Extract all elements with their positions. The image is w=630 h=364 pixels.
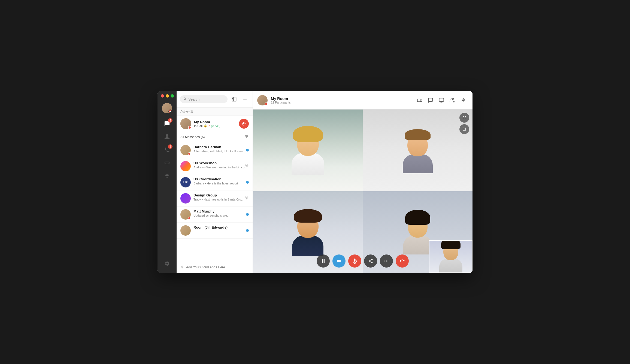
mic-btn[interactable] (348, 254, 361, 268)
video-cell-2 (363, 110, 472, 191)
add-apps-label: Add Your Cloud Apps Here (186, 265, 225, 269)
share-btn[interactable] (364, 254, 377, 268)
svg-rect-7 (439, 98, 444, 101)
sidebar-item-settings[interactable] (161, 258, 173, 270)
minimize-button[interactable] (166, 94, 169, 98)
sidebar-item-calls[interactable]: 4 (161, 144, 173, 156)
pause-btn[interactable] (317, 254, 330, 268)
search-bar[interactable] (180, 95, 228, 103)
main-area: My Room 12 Participants (253, 91, 472, 273)
list-item[interactable]: UX UX Coordination Barbara • Here is the… (177, 174, 253, 190)
more-btn[interactable] (380, 254, 393, 268)
filter-row: All Messages (6) (177, 132, 253, 142)
msg-content: UX Workshop Andrew • We are meeting in t… (193, 161, 249, 169)
call-status-dot: ● (208, 125, 210, 127)
svg-point-18 (387, 260, 388, 261)
avatar-edit-badge (168, 110, 172, 113)
msg-preview: After talking with Matt, it looks like w… (193, 150, 249, 153)
room-avatar-badge (265, 102, 268, 105)
messages-header (177, 91, 253, 108)
msg-preview: Andrew • We are meeting in the big conf.… (193, 166, 249, 169)
message-list: Barbara German After talking with Matt, … (177, 142, 253, 261)
messages-badge: 6 (168, 118, 172, 123)
active-call-avatar (180, 118, 191, 129)
end-call-btn[interactable] (396, 254, 409, 268)
user-avatar[interactable] (162, 103, 172, 113)
msg-avatar-room (180, 225, 191, 236)
room-participants-btn[interactable] (447, 95, 457, 105)
calls-badge: 4 (168, 144, 172, 149)
msg-avatar-design (180, 193, 191, 204)
sidebar-item-messages[interactable]: 6 (161, 118, 173, 130)
add-btn[interactable] (241, 95, 249, 104)
msg-name: Design Group (193, 193, 249, 197)
list-item[interactable]: Design Group Tracy • Next meetup is in S… (177, 190, 253, 207)
msg-avatar-badge (188, 152, 191, 155)
popout-btn[interactable] (459, 124, 469, 134)
self-view (429, 240, 472, 273)
msg-avatar-ux-workshop (180, 161, 191, 171)
active-call-item[interactable]: My Room In Call 🔒 ● (00:33) (177, 116, 253, 132)
svg-rect-6 (417, 99, 421, 102)
participant-face-1 (253, 110, 363, 191)
add-apps-row[interactable]: ✳ Add Your Cloud Apps Here (177, 261, 253, 273)
list-item[interactable]: Matt Murphy Updated screenshots are... (177, 207, 253, 223)
messages-panel: Active (1) My Room In Call 🔒 ● (00:33) (177, 91, 253, 273)
search-input[interactable] (188, 97, 224, 101)
room-avatar (257, 95, 268, 105)
svg-rect-0 (232, 97, 236, 101)
list-item[interactable]: UX Workshop Andrew • We are meeting in t… (177, 158, 253, 174)
participant-face-2 (363, 110, 472, 191)
sidebar-item-integrations[interactable] (161, 170, 173, 182)
active-call-name: My Room (194, 120, 236, 124)
room-info: My Room 12 Participants (271, 96, 411, 104)
filter-icon[interactable] (244, 134, 249, 140)
search-icon (183, 97, 187, 101)
msg-preview: Updated screenshots are... (193, 214, 249, 217)
room-camera-btn[interactable] (415, 95, 425, 105)
active-section-label: Active (1) (177, 108, 253, 116)
msg-content: UX Coordination Barbara • Here is the la… (193, 177, 249, 185)
maximize-button[interactable] (171, 94, 174, 98)
msg-content: Matt Murphy Updated screenshots are... (193, 209, 249, 217)
list-item[interactable]: Barbara German After talking with Matt, … (177, 142, 253, 158)
traffic-lights (158, 94, 174, 98)
svg-point-10 (451, 98, 453, 100)
msg-unread-indicator (246, 149, 249, 151)
room-chat-btn[interactable] (426, 95, 435, 105)
msg-preview: Barbara • Here is the latest report (193, 182, 249, 185)
msg-avatar-ux-coord: UX (180, 177, 191, 187)
call-controls (317, 254, 409, 268)
room-header: My Room 12 Participants (253, 91, 472, 110)
msg-avatar-matt (180, 209, 191, 220)
video-grid (253, 110, 472, 273)
expand-btn[interactable] (459, 113, 469, 123)
muted-icon (245, 164, 249, 168)
msg-name: Room (Jill Edwards) (193, 225, 249, 229)
video-btn[interactable] (332, 254, 346, 268)
list-item[interactable]: Room (Jill Edwards) (177, 223, 253, 239)
svg-rect-14 (322, 259, 323, 263)
close-button[interactable] (161, 94, 164, 98)
room-integrations-btn[interactable] (458, 95, 468, 105)
room-participants: 12 Participants (271, 101, 411, 104)
svg-rect-15 (324, 259, 325, 263)
sidebar-item-links[interactable] (161, 157, 173, 169)
lock-icon: 🔒 (204, 124, 207, 128)
muted-icon (245, 196, 249, 201)
app-window: 6 4 (158, 91, 472, 273)
msg-content: Design Group Tracy • Next meetup is in S… (193, 193, 249, 201)
filter-label: All Messages (6) (180, 135, 205, 139)
room-screen-btn[interactable] (437, 95, 446, 105)
msg-muted-indicator (245, 196, 249, 201)
rooms-icon-btn[interactable] (230, 95, 238, 104)
active-call-info: My Room In Call 🔒 ● (00:33) (194, 120, 236, 128)
video-cell-1 (253, 110, 363, 191)
msg-avatar-badge (188, 217, 191, 220)
mute-call-btn[interactable] (239, 119, 249, 129)
sidebar-item-contacts[interactable] (161, 131, 173, 143)
msg-content: Room (Jill Edwards) (193, 225, 249, 230)
msg-name: Barbara German (193, 145, 249, 149)
room-actions (415, 95, 468, 105)
msg-content: Barbara German After talking with Matt, … (193, 145, 249, 153)
